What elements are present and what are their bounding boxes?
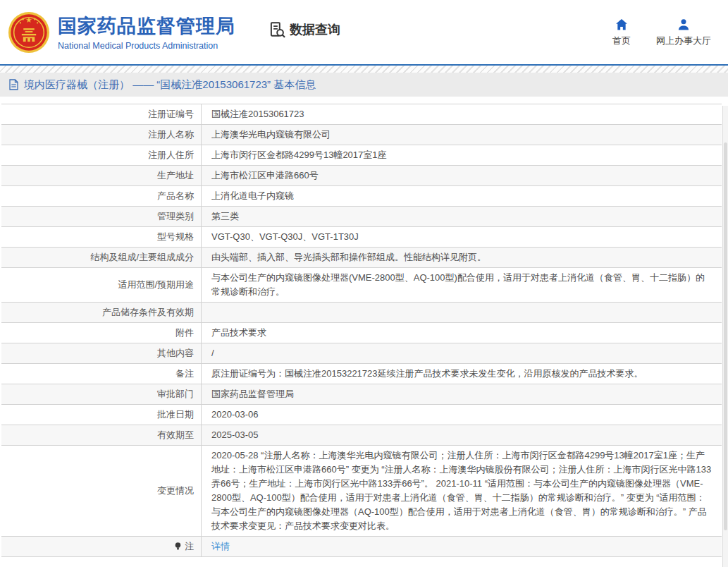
row-value: 上海市闵行区金都路4299号13幢2017室1座	[202, 145, 722, 165]
row-label: 生产地址	[1, 166, 202, 185]
details-link[interactable]: 详情	[211, 539, 230, 554]
row-value: 第三类	[202, 207, 722, 226]
row-label: 型号规格	[1, 227, 202, 247]
site-subtitle: National Medical Products Administration	[58, 41, 235, 51]
data-query-heading: 数据查询	[268, 20, 340, 39]
row-value: 国械注准20153061723	[202, 104, 722, 124]
row-value: VGT-Q30、VGT-Q30J、VGT-1T30J	[202, 227, 722, 247]
note-label: 注	[185, 539, 194, 554]
row-value: 产品技术要求	[202, 323, 722, 343]
vertical-scrollbar[interactable]	[722, 106, 728, 567]
table-row: 结构及组成/主要组成成分由头端部、插入部、导光插头部和操作部组成。性能结构详见附…	[1, 248, 722, 268]
table-row: 审批部门国家药品监督管理局	[1, 384, 722, 405]
row-value: 2020-05-28 “注册人名称：上海澳华光电内窥镜有限公司；注册人住所：上海…	[202, 446, 722, 536]
brand-text: 国家药品监督管理局 National Medical Products Admi…	[58, 13, 235, 51]
breadcrumb: 境内医疗器械（注册） —— “国械注准20153061723” 基本信息	[0, 73, 728, 97]
row-label: 产品名称	[1, 186, 202, 206]
scrollbar-thumb[interactable]	[724, 142, 727, 530]
table-row: 注册证编号国械注准20153061723	[1, 104, 722, 125]
table-row: 产品名称上消化道电子内窥镜	[1, 186, 722, 207]
row-value	[202, 303, 722, 322]
table-row: 注册人名称上海澳华光电内窥镜有限公司	[1, 125, 722, 145]
row-label: 批准日期	[1, 405, 202, 425]
nav-service-hall-label: 网上办事大厅	[656, 35, 711, 47]
row-label: 备注	[1, 364, 202, 384]
nav-home[interactable]: 首页	[612, 18, 631, 47]
row-value: 与本公司生产的内窥镜图像处理器(VME-2800型、AQ-100型)配合使用，适…	[202, 268, 722, 302]
nav-service-hall[interactable]: 网上办事大厅	[656, 18, 711, 47]
row-value: 原注册证编号为：国械注准20153221723延续注册产品技术要求未发生变化，沿…	[202, 364, 722, 384]
row-label: 注册证编号	[1, 104, 202, 124]
table-row: 管理类别第三类	[1, 207, 722, 227]
document-search-icon	[268, 20, 286, 39]
row-value: 上海市松江区申港路660号	[202, 166, 722, 185]
row-value: 详情	[202, 537, 722, 556]
table-row-change-history: 变更情况2020-05-28 “注册人名称：上海澳华光电内窥镜有限公司；注册人住…	[1, 446, 722, 537]
table-row: 注册人住所上海市闵行区金都路4299号13幢2017室1座	[1, 145, 722, 166]
row-value: /	[202, 343, 722, 363]
table-row: 有效期至2025-03-05	[1, 425, 722, 446]
top-navigation: 首页 网上办事大厅	[612, 18, 711, 47]
document-icon	[8, 79, 19, 90]
row-label: 注册人住所	[1, 145, 202, 165]
registration-info-table: 注册证编号国械注准20153061723 注册人名称上海澳华光电内窥镜有限公司 …	[1, 104, 722, 557]
row-label: 结构及组成/主要组成成分	[1, 248, 202, 267]
data-query-label: 数据查询	[290, 21, 340, 38]
row-label: 产品储存条件及有效期	[1, 303, 202, 322]
site-header: 国家药品监督管理局 National Medical Products Admi…	[0, 0, 728, 64]
brand: 国家药品监督管理局 National Medical Products Admi…	[7, 11, 235, 54]
row-label: 审批部门	[1, 384, 202, 404]
row-value: 上消化道电子内窥镜	[202, 186, 722, 206]
row-value: 2025-03-05	[202, 425, 722, 445]
row-label: 变更情况	[1, 446, 202, 536]
row-label: 注	[1, 537, 202, 556]
table-row-note: 注 详情	[1, 537, 722, 557]
table-row: 产品储存条件及有效期	[1, 303, 722, 323]
national-emblem-logo	[7, 11, 51, 54]
row-label: 注册人名称	[1, 125, 202, 145]
row-value: 2020-03-06	[202, 405, 722, 425]
hatch-strip	[0, 66, 728, 73]
table-row: 适用范围/预期用途与本公司生产的内窥镜图像处理器(VME-2800型、AQ-10…	[1, 268, 722, 303]
row-label: 有效期至	[1, 425, 202, 445]
nav-home-label: 首页	[612, 35, 631, 47]
row-value: 上海澳华光电内窥镜有限公司	[202, 125, 722, 145]
row-label: 附件	[1, 323, 202, 343]
breadcrumb-text: 境内医疗器械（注册） —— “国械注准20153061723” 基本信息	[24, 78, 316, 92]
table-row: 生产地址上海市松江区申港路660号	[1, 166, 722, 186]
table-row: 型号规格VGT-Q30、VGT-Q30J、VGT-1T30J	[1, 227, 722, 248]
table-row: 其他内容/	[1, 343, 722, 364]
row-value: 国家药品监督管理局	[202, 384, 722, 404]
table-row: 备注原注册证编号为：国械注准20153221723延续注册产品技术要求未发生变化…	[1, 364, 722, 384]
row-label: 适用范围/预期用途	[1, 268, 202, 302]
row-label: 其他内容	[1, 343, 202, 363]
table-row: 附件产品技术要求	[1, 323, 722, 343]
table-row: 批准日期2020-03-06	[1, 405, 722, 425]
row-value: 由头端部、插入部、导光插头部和操作部组成。性能结构详见附页。	[202, 248, 722, 267]
lightbulb-icon	[173, 542, 183, 551]
site-title: 国家药品监督管理局	[58, 13, 235, 39]
user-icon	[677, 18, 691, 32]
row-label: 管理类别	[1, 207, 202, 226]
spacer	[0, 97, 728, 104]
home-icon	[615, 18, 629, 32]
